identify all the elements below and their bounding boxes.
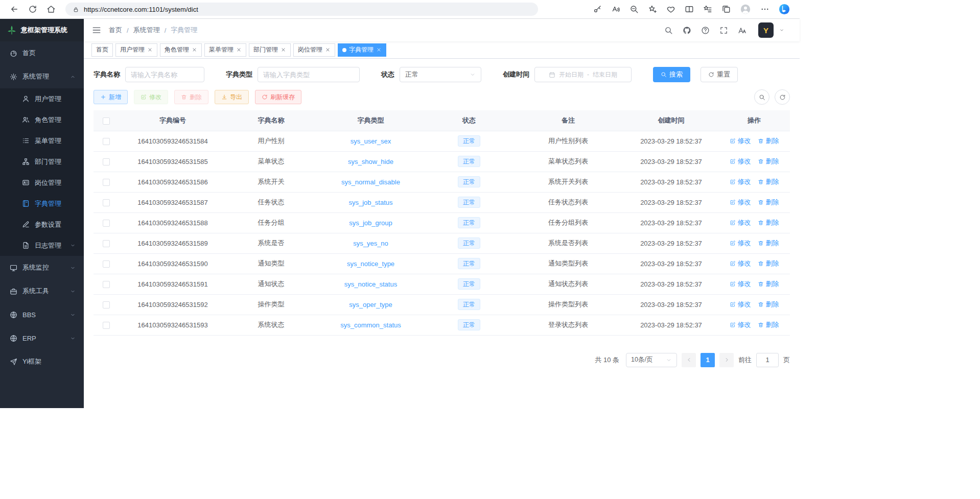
edit-row-link[interactable]: 修改: [730, 259, 751, 268]
dict-type-link[interactable]: sys_job_group: [349, 219, 392, 227]
fullscreen-icon[interactable]: [719, 26, 728, 35]
page-1-button[interactable]: 1: [701, 353, 715, 367]
sidebar-item-system-tools[interactable]: 系统工具: [0, 279, 84, 303]
delete-row-link[interactable]: 删除: [758, 239, 779, 248]
delete-row-link[interactable]: 删除: [758, 157, 779, 166]
close-tab-icon[interactable]: [147, 47, 153, 53]
copilot-bing-icon[interactable]: [779, 4, 790, 15]
tab-home[interactable]: 首页: [91, 43, 113, 57]
dict-type-link[interactable]: sys_normal_disable: [341, 178, 400, 186]
toggle-search-button[interactable]: [754, 89, 769, 105]
dict-type-link[interactable]: sys_yes_no: [353, 240, 388, 247]
dict-type-link[interactable]: sys_common_status: [340, 321, 401, 329]
sidebar-item-log-management[interactable]: 日志管理: [0, 235, 84, 256]
sidebar-item-role-management[interactable]: 角色管理: [0, 109, 84, 130]
edit-row-link[interactable]: 修改: [730, 239, 751, 248]
delete-row-link[interactable]: 删除: [758, 320, 779, 329]
edit-row-link[interactable]: 修改: [730, 198, 751, 207]
delete-row-link[interactable]: 删除: [758, 259, 779, 268]
delete-row-link[interactable]: 删除: [758, 300, 779, 309]
dict-type-link[interactable]: sys_show_hide: [348, 158, 393, 165]
row-checkbox[interactable]: [103, 199, 110, 206]
sidebar-item-post-management[interactable]: 岗位管理: [0, 172, 84, 193]
refresh-cache-button[interactable]: 刷新缓存: [255, 90, 301, 104]
goto-page-input[interactable]: [756, 353, 779, 367]
add-button[interactable]: 新增: [94, 90, 128, 104]
dict-type-link[interactable]: sys_notice_status: [344, 280, 397, 288]
delete-row-link[interactable]: 删除: [758, 218, 779, 227]
dict-type-input[interactable]: [258, 67, 360, 82]
sidebar-item-home[interactable]: 首页: [0, 41, 84, 65]
tab-dict-management[interactable]: 字典管理: [338, 43, 386, 57]
edit-row-link[interactable]: 修改: [730, 157, 751, 166]
row-checkbox[interactable]: [103, 179, 110, 186]
row-checkbox[interactable]: [103, 220, 110, 227]
user-avatar[interactable]: Y: [758, 22, 774, 38]
row-checkbox[interactable]: [103, 240, 110, 247]
sidebar-item-system-management[interactable]: 系统管理: [0, 65, 84, 88]
help-icon[interactable]: [701, 26, 710, 35]
prev-page-button[interactable]: [682, 353, 696, 367]
row-checkbox[interactable]: [103, 260, 110, 268]
profile-icon[interactable]: [740, 4, 751, 15]
delete-row-link[interactable]: 删除: [758, 198, 779, 207]
sidebar-item-user-management[interactable]: 用户管理: [0, 88, 84, 109]
header-search-icon[interactable]: [664, 26, 673, 35]
edit-row-link[interactable]: 修改: [730, 177, 751, 186]
date-range-picker[interactable]: 开始日期 - 结束日期: [534, 67, 632, 82]
sidebar-item-system-monitor[interactable]: 系统监控: [0, 256, 84, 279]
select-all-checkbox[interactable]: [103, 117, 110, 125]
dict-type-link[interactable]: sys_notice_type: [347, 260, 394, 268]
row-checkbox[interactable]: [103, 322, 110, 329]
search-button[interactable]: 搜索: [653, 67, 690, 82]
row-checkbox[interactable]: [103, 281, 110, 288]
refresh-icon[interactable]: [28, 5, 37, 14]
edit-button[interactable]: 修改: [134, 90, 168, 104]
sidebar-item-yi-framework[interactable]: Yi框架: [0, 350, 84, 373]
close-tab-icon[interactable]: [192, 47, 197, 53]
edit-row-link[interactable]: 修改: [730, 279, 751, 289]
tab-menu-management[interactable]: 菜单管理: [204, 43, 246, 57]
tab-role-management[interactable]: 角色管理: [160, 43, 202, 57]
dict-name-input[interactable]: [125, 67, 204, 82]
address-bar[interactable]: https://ccnetcore.com:1101/system/dict: [65, 3, 538, 16]
add-favorite-icon[interactable]: [648, 5, 657, 14]
edit-row-link[interactable]: 修改: [730, 136, 751, 146]
delete-row-link[interactable]: 删除: [758, 136, 779, 146]
favorites-bar-icon[interactable]: [703, 5, 712, 14]
collections-icon[interactable]: [721, 5, 731, 14]
row-checkbox[interactable]: [103, 138, 110, 145]
more-options-icon[interactable]: [760, 5, 769, 14]
close-tab-icon[interactable]: [236, 47, 242, 53]
close-tab-icon[interactable]: [376, 47, 382, 53]
dict-type-link[interactable]: sys_user_sex: [351, 137, 391, 145]
status-select[interactable]: 正常: [400, 67, 481, 82]
split-screen-icon[interactable]: [685, 5, 694, 14]
tab-user-management[interactable]: 用户管理: [115, 43, 157, 57]
edit-row-link[interactable]: 修改: [730, 218, 751, 227]
sidebar-item-erp[interactable]: ERP: [0, 326, 84, 350]
sidebar-item-param-settings[interactable]: 参数设置: [0, 214, 84, 235]
breadcrumb-item[interactable]: 首页: [109, 26, 122, 35]
hamburger-icon[interactable]: [92, 26, 101, 35]
font-size-icon[interactable]: [738, 26, 746, 35]
sidebar-item-menu-management[interactable]: 菜单管理: [0, 130, 84, 151]
page-size-select[interactable]: 10条/页: [626, 353, 677, 367]
caret-down-icon[interactable]: [779, 28, 784, 33]
home-icon[interactable]: [46, 5, 56, 14]
refresh-table-button[interactable]: [775, 89, 790, 105]
delete-row-link[interactable]: 删除: [758, 177, 779, 186]
close-tab-icon[interactable]: [281, 47, 286, 53]
back-icon[interactable]: [10, 5, 19, 14]
sidebar-item-bbs[interactable]: BBS: [0, 303, 84, 326]
tab-dept-management[interactable]: 部门管理: [249, 43, 291, 57]
reset-button[interactable]: 重置: [701, 67, 738, 82]
next-page-button[interactable]: [719, 353, 734, 367]
delete-row-link[interactable]: 删除: [758, 279, 779, 289]
delete-button[interactable]: 删除: [174, 90, 208, 104]
row-checkbox[interactable]: [103, 158, 110, 165]
dict-type-link[interactable]: sys_job_status: [349, 199, 393, 206]
edit-row-link[interactable]: 修改: [730, 320, 751, 329]
row-checkbox[interactable]: [103, 301, 110, 308]
edit-row-link[interactable]: 修改: [730, 300, 751, 309]
